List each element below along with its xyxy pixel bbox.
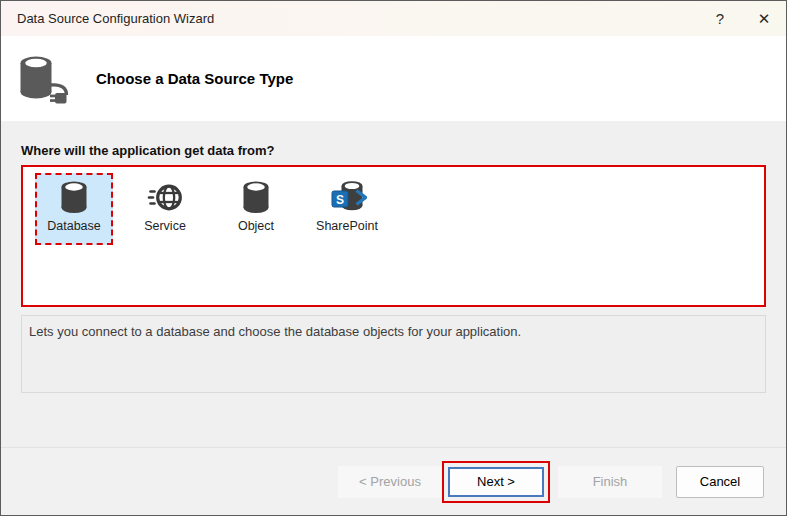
title-bar: Data Source Configuration Wizard ? ✕ [1, 1, 786, 36]
service-globe-icon [145, 178, 185, 218]
finish-button[interactable]: Finish [558, 466, 662, 498]
source-type-list: Database Service [21, 165, 766, 307]
source-item-label: Database [47, 219, 101, 233]
svg-text:S: S [336, 193, 344, 207]
wizard-footer: < Previous Next > Finish Cancel [1, 447, 786, 515]
source-item-object[interactable]: Object [217, 173, 295, 245]
source-item-label: Service [144, 219, 186, 233]
next-button-annotation: Next > [442, 461, 550, 503]
object-cylinder-icon [236, 178, 276, 218]
previous-button[interactable]: < Previous [338, 466, 442, 498]
data-source-configuration-wizard-dialog: Data Source Configuration Wizard ? ✕ Cho… [0, 0, 787, 516]
database-plug-icon [15, 51, 71, 107]
source-description-panel: Lets you connect to a database and choos… [21, 315, 766, 393]
close-button[interactable]: ✕ [742, 1, 786, 36]
wizard-content: Where will the application get data from… [1, 143, 786, 393]
source-item-sharepoint[interactable]: S SharePoint [308, 173, 386, 245]
cancel-button[interactable]: Cancel [676, 466, 764, 498]
question-label: Where will the application get data from… [21, 143, 766, 158]
source-item-label: Object [238, 219, 274, 233]
source-item-label: SharePoint [316, 219, 378, 233]
sharepoint-icon: S [327, 178, 367, 218]
next-button[interactable]: Next > [448, 467, 544, 497]
database-cylinder-icon [54, 178, 94, 218]
help-button[interactable]: ? [698, 1, 742, 36]
source-item-service[interactable]: Service [126, 173, 204, 245]
source-item-database[interactable]: Database [35, 173, 113, 245]
window-title: Data Source Configuration Wizard [1, 11, 698, 26]
wizard-header: Choose a Data Source Type [1, 36, 786, 121]
page-title: Choose a Data Source Type [96, 70, 293, 87]
source-description-text: Lets you connect to a database and choos… [29, 324, 521, 339]
